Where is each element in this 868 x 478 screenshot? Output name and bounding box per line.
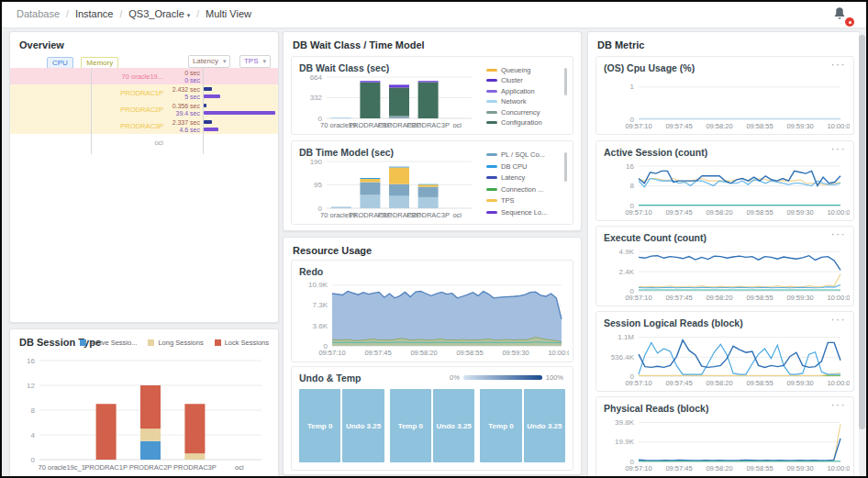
notification-bell-button[interactable]	[831, 6, 851, 26]
legend-label: PL / SQL Co...	[501, 150, 545, 159]
more-options-icon[interactable]: ···	[831, 58, 847, 71]
legend-label: TPS	[501, 196, 515, 205]
overview-instance-row: oci	[10, 134, 278, 150]
instance-values: 0 sec0 sec	[163, 68, 278, 84]
svg-text:8: 8	[630, 182, 635, 190]
svg-text:09:58:55: 09:58:55	[746, 208, 773, 217]
tps-select[interactable]: TPS▾	[239, 55, 271, 68]
grid-line	[91, 68, 92, 154]
svg-text:16: 16	[27, 357, 35, 365]
bar-segment	[389, 167, 409, 168]
latency-value: 2.432 sec	[163, 86, 200, 93]
breadcrumb-multi-view[interactable]: Multi View	[206, 8, 251, 19]
bar-segment	[418, 187, 439, 197]
session-type-legend: Active Sessio...Long SessionsLock Sessio…	[80, 339, 269, 347]
multi-view-dashboard: Database / Instance / QS3_Oracle▾ / Mult…	[0, 0, 868, 478]
bar-segment	[389, 184, 409, 196]
overview-title: Overview	[19, 39, 64, 50]
svg-text:0: 0	[31, 456, 36, 464]
latency-value: 0.356 sec	[163, 103, 200, 109]
wait-class-time-model-panel: DB Wait Class / Time Model DB Wait Class…	[283, 31, 582, 231]
db-session-type-panel: DB Session Type Active Sessio...Long Ses…	[9, 328, 279, 478]
svg-text:12: 12	[27, 382, 35, 390]
series-line	[639, 274, 840, 287]
svg-text:10:00:05: 10:00:05	[827, 294, 850, 302]
latency-select[interactable]: Latency▾	[188, 55, 231, 68]
physical-reads-chart: 019.9K39.8K09:57:1009:57:4509:58:2009:58…	[600, 413, 850, 473]
more-options-icon[interactable]: ···	[831, 313, 847, 326]
legend-item: TPS	[486, 196, 560, 205]
latency-line: 2.432 sec	[163, 86, 278, 93]
svg-text:10:00:05: 10:00:05	[548, 349, 569, 357]
legend-swatch	[486, 153, 497, 156]
svg-text:4.9K: 4.9K	[619, 248, 635, 256]
chart-svg: 09519070 oracle19...PRODRAC1PPRODRAC2PPR…	[295, 154, 475, 220]
svg-text:09:57:10: 09:57:10	[318, 349, 345, 357]
overview-selects: Latency▾ TPS▾	[184, 50, 271, 68]
usage-gradient-legend: 0% 100%	[450, 373, 563, 382]
chart-svg: 019.9K39.8K09:57:1009:57:4509:58:2009:58…	[600, 413, 850, 473]
legend-scrollbar[interactable]	[564, 152, 567, 182]
bar-segment	[360, 179, 380, 182]
bar-segment	[140, 441, 161, 460]
svg-text:PRODRAC2P: PRODRAC2P	[129, 463, 172, 472]
bar-segment	[418, 184, 439, 186]
svg-text:3.6K: 3.6K	[313, 322, 328, 330]
svg-text:190: 190	[310, 158, 323, 166]
more-options-icon[interactable]: ···	[831, 398, 847, 411]
execute-count-chart: 02.4K4.9K09:57:1009:57:4509:58:2009:58:5…	[600, 242, 850, 303]
bar-segment	[389, 167, 409, 183]
overview-instance-rows: 70 oracle19...0 sec0 secPRODRAC1P2.432 s…	[10, 68, 278, 150]
series-line	[332, 342, 562, 343]
legend-item: PL / SQL Co...	[486, 150, 560, 159]
legend-label: Latency	[501, 173, 525, 182]
latency-line: 2.337 sec	[163, 119, 278, 126]
svg-text:09:58:55: 09:58:55	[746, 379, 773, 387]
tablespace-tile: Undo 3.25	[342, 389, 384, 462]
breadcrumb-database[interactable]: Database	[17, 8, 60, 19]
svg-text:2.4K: 2.4K	[619, 268, 635, 276]
legend-label: Lock Sessions	[225, 339, 269, 347]
more-options-icon[interactable]: ···	[831, 142, 847, 155]
more-options-icon[interactable]: ···	[831, 228, 847, 240]
logical-reads-chart: 0536.4K1.1M09:57:1009:57:4509:58:2009:58…	[600, 328, 850, 388]
svg-text:09:57:45: 09:57:45	[665, 379, 692, 387]
breadcrumb-instance[interactable]: Instance	[75, 8, 114, 19]
tps-value: 4.6 sec	[163, 127, 200, 133]
bar-segment	[360, 183, 380, 195]
metric-toggle-group: CPU Memory	[47, 52, 122, 69]
legend-item: Connection ...	[486, 185, 560, 194]
tablespace-tile: Undo 3.25	[433, 389, 474, 462]
tablespace-group: Temp 0Undo 3.25	[390, 389, 475, 462]
svg-text:10:00:05: 10:00:05	[827, 464, 850, 472]
legend-swatch	[486, 69, 497, 72]
redo-chart: 03.6K7.3K10.9K09:57:1009:57:4509:58:2009…	[295, 273, 569, 358]
legend-label: Queueing	[501, 66, 531, 74]
latency-bar	[204, 120, 212, 124]
latency-value: 2.337 sec	[163, 119, 200, 126]
page-scrollbar-thumb[interactable]	[859, 35, 865, 429]
legend-swatch	[486, 121, 497, 124]
cpu-usage-card: (OS) Cpu Usage (%) ··· 0109:57:1009:57:4…	[595, 56, 854, 135]
series-line	[639, 424, 840, 461]
breadcrumb-separator: /	[66, 9, 69, 19]
legend-swatch	[486, 165, 497, 168]
notification-badge	[845, 17, 854, 27]
breadcrumb-target[interactable]: QS3_Oracle▾	[128, 8, 190, 19]
tablespace-group: Temp 0Undo 3.25	[480, 389, 565, 462]
svg-text:1.1M: 1.1M	[618, 333, 634, 341]
latency-bar	[204, 104, 206, 107]
cpu-usage-chart: 0109:57:1009:57:4509:58:2009:58:5509:59:…	[600, 72, 850, 131]
gradient-max-label: 100%	[546, 373, 563, 382]
legend-scrollbar[interactable]	[564, 68, 567, 95]
legend-item: Lock Sessions	[215, 339, 269, 347]
db-metric-title: DB Metric	[597, 39, 644, 50]
svg-text:09:59:30: 09:59:30	[502, 349, 529, 357]
instance-values: 0.356 sec39.4 sec	[163, 101, 278, 117]
db-time-model-chart: 09519070 oracle19...PRODRAC1PPRODRAC2PPR…	[295, 154, 475, 220]
legend-swatch	[486, 79, 497, 82]
bar-segment	[418, 197, 439, 208]
tps-bar	[204, 128, 218, 131]
svg-text:39.8K: 39.8K	[615, 418, 635, 427]
svg-text:70 oracle19c_1: 70 oracle19c_1	[39, 463, 85, 472]
